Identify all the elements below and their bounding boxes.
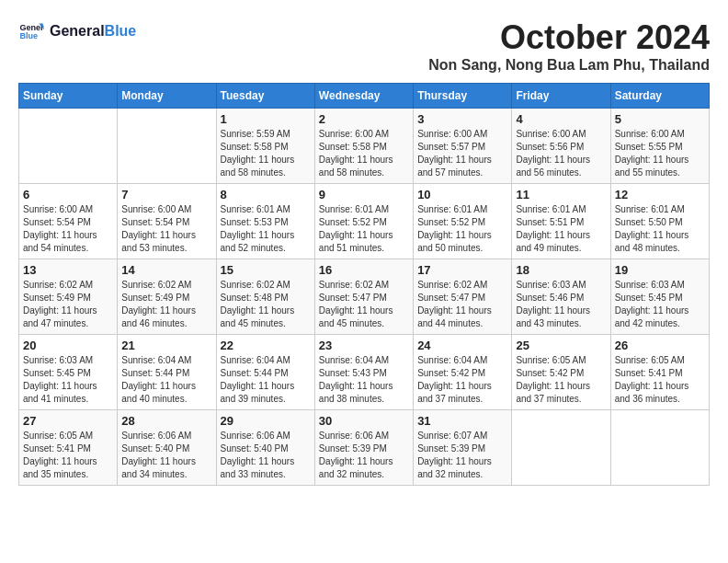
day-info: Sunrise: 6:06 AMSunset: 5:40 PMDaylight:… [121,430,211,481]
day-info: Sunrise: 6:04 AMSunset: 5:44 PMDaylight:… [221,354,311,406]
day-info: Sunrise: 6:00 AMSunset: 5:54 PMDaylight:… [23,203,113,255]
calendar-cell: 3Sunrise: 6:00 AMSunset: 5:57 PMDaylight… [414,109,512,184]
day-info: Sunrise: 6:01 AMSunset: 5:51 PMDaylight:… [516,203,606,255]
day-number: 12 [615,188,705,201]
day-info: Sunrise: 6:00 AMSunset: 5:54 PMDaylight:… [121,203,211,255]
day-info: Sunrise: 6:00 AMSunset: 5:56 PMDaylight:… [516,128,606,179]
day-info: Sunrise: 6:01 AMSunset: 5:52 PMDaylight:… [319,203,409,255]
calendar-cell: 29Sunrise: 6:06 AMSunset: 5:40 PMDayligh… [216,410,314,486]
day-number: 8 [221,188,311,201]
weekday-header-wednesday: Wednesday [314,84,413,109]
calendar-cell: 6Sunrise: 6:00 AMSunset: 5:54 PMDaylight… [19,184,118,259]
day-info: Sunrise: 6:00 AMSunset: 5:57 PMDaylight:… [417,128,507,179]
calendar-cell: 25Sunrise: 6:05 AMSunset: 5:42 PMDayligh… [512,335,610,410]
day-info: Sunrise: 6:02 AMSunset: 5:48 PMDaylight:… [221,279,311,330]
day-info: Sunrise: 6:01 AMSunset: 5:52 PMDaylight:… [417,203,507,255]
weekday-header-monday: Monday [118,84,216,109]
day-number: 24 [417,339,507,352]
day-number: 5 [615,112,705,126]
day-number: 27 [23,414,113,428]
day-number: 9 [319,188,409,201]
weekday-header-sunday: Sunday [19,84,118,109]
day-number: 19 [615,263,705,277]
logo: General Blue GeneralBlue [18,18,136,44]
calendar-week-row: 6Sunrise: 6:00 AMSunset: 5:54 PMDaylight… [19,184,710,259]
calendar-cell: 31Sunrise: 6:07 AMSunset: 5:39 PMDayligh… [414,410,512,486]
day-number: 29 [221,414,311,428]
calendar-cell: 17Sunrise: 6:02 AMSunset: 5:47 PMDayligh… [414,259,512,335]
svg-text:Blue: Blue [19,31,38,40]
calendar-week-row: 13Sunrise: 6:02 AMSunset: 5:49 PMDayligh… [19,259,710,335]
month-title: October 2024 [428,18,710,57]
header: General Blue GeneralBlue October 2024 No… [18,18,710,74]
day-info: Sunrise: 6:02 AMSunset: 5:49 PMDaylight:… [121,279,211,330]
calendar-cell [512,410,610,486]
calendar-cell: 2Sunrise: 6:00 AMSunset: 5:58 PMDaylight… [314,109,413,184]
location-title: Non Sang, Nong Bua Lam Phu, Thailand [428,57,710,74]
calendar-cell: 5Sunrise: 6:00 AMSunset: 5:55 PMDaylight… [610,109,709,184]
day-info: Sunrise: 6:01 AMSunset: 5:50 PMDaylight:… [615,203,705,255]
calendar-table: SundayMondayTuesdayWednesdayThursdayFrid… [18,83,710,486]
calendar-cell: 12Sunrise: 6:01 AMSunset: 5:50 PMDayligh… [610,184,709,259]
calendar-cell: 19Sunrise: 6:03 AMSunset: 5:45 PMDayligh… [610,259,709,335]
day-number: 2 [319,112,409,126]
day-info: Sunrise: 6:02 AMSunset: 5:49 PMDaylight:… [23,279,113,330]
calendar-cell: 18Sunrise: 6:03 AMSunset: 5:46 PMDayligh… [512,259,610,335]
day-info: Sunrise: 6:00 AMSunset: 5:55 PMDaylight:… [615,128,705,179]
calendar-cell: 16Sunrise: 6:02 AMSunset: 5:47 PMDayligh… [314,259,413,335]
day-info: Sunrise: 6:05 AMSunset: 5:41 PMDaylight:… [615,354,705,406]
weekday-header-thursday: Thursday [414,84,512,109]
calendar-cell: 23Sunrise: 6:04 AMSunset: 5:43 PMDayligh… [314,335,413,410]
day-number: 7 [121,188,211,201]
day-number: 11 [516,188,606,201]
day-number: 31 [417,414,507,428]
day-info: Sunrise: 6:01 AMSunset: 5:53 PMDaylight:… [221,203,311,255]
day-info: Sunrise: 6:05 AMSunset: 5:42 PMDaylight:… [516,354,606,406]
calendar-week-row: 1Sunrise: 5:59 AMSunset: 5:58 PMDaylight… [19,109,710,184]
calendar-cell: 24Sunrise: 6:04 AMSunset: 5:42 PMDayligh… [414,335,512,410]
calendar-cell: 9Sunrise: 6:01 AMSunset: 5:52 PMDaylight… [314,184,413,259]
weekday-header-saturday: Saturday [610,84,709,109]
day-number: 13 [23,263,113,277]
calendar-cell: 27Sunrise: 6:05 AMSunset: 5:41 PMDayligh… [19,410,118,486]
calendar-cell: 21Sunrise: 6:04 AMSunset: 5:44 PMDayligh… [118,335,216,410]
day-number: 21 [121,339,211,352]
day-number: 28 [121,414,211,428]
calendar-cell: 30Sunrise: 6:06 AMSunset: 5:39 PMDayligh… [314,410,413,486]
calendar-header-row: SundayMondayTuesdayWednesdayThursdayFrid… [19,84,710,109]
day-number: 23 [319,339,409,352]
calendar-week-row: 20Sunrise: 6:03 AMSunset: 5:45 PMDayligh… [19,335,710,410]
calendar-cell: 7Sunrise: 6:00 AMSunset: 5:54 PMDaylight… [118,184,216,259]
day-info: Sunrise: 6:02 AMSunset: 5:47 PMDaylight:… [417,279,507,330]
day-info: Sunrise: 6:05 AMSunset: 5:41 PMDaylight:… [23,430,113,481]
day-number: 16 [319,263,409,277]
day-info: Sunrise: 6:07 AMSunset: 5:39 PMDaylight:… [417,430,507,481]
day-number: 25 [516,339,606,352]
day-number: 4 [516,112,606,126]
day-number: 17 [417,263,507,277]
calendar-cell [19,109,118,184]
day-number: 10 [417,188,507,201]
day-number: 15 [221,263,311,277]
day-info: Sunrise: 6:03 AMSunset: 5:45 PMDaylight:… [615,279,705,330]
logo-text-blue: Blue [105,23,137,39]
day-info: Sunrise: 6:04 AMSunset: 5:43 PMDaylight:… [319,354,409,406]
day-info: Sunrise: 6:02 AMSunset: 5:47 PMDaylight:… [319,279,409,330]
day-number: 30 [319,414,409,428]
day-info: Sunrise: 6:04 AMSunset: 5:42 PMDaylight:… [417,354,507,406]
day-info: Sunrise: 6:06 AMSunset: 5:40 PMDaylight:… [221,430,311,481]
calendar-cell: 4Sunrise: 6:00 AMSunset: 5:56 PMDaylight… [512,109,610,184]
day-info: Sunrise: 6:06 AMSunset: 5:39 PMDaylight:… [319,430,409,481]
calendar-cell: 22Sunrise: 6:04 AMSunset: 5:44 PMDayligh… [216,335,314,410]
calendar-cell [118,109,216,184]
calendar-week-row: 27Sunrise: 6:05 AMSunset: 5:41 PMDayligh… [19,410,710,486]
day-info: Sunrise: 6:00 AMSunset: 5:58 PMDaylight:… [319,128,409,179]
logo-text-general: General [50,23,105,39]
calendar-cell: 10Sunrise: 6:01 AMSunset: 5:52 PMDayligh… [414,184,512,259]
day-number: 6 [23,188,113,201]
day-number: 3 [417,112,507,126]
day-number: 18 [516,263,606,277]
calendar-cell: 8Sunrise: 6:01 AMSunset: 5:53 PMDaylight… [216,184,314,259]
day-info: Sunrise: 6:04 AMSunset: 5:44 PMDaylight:… [121,354,211,406]
day-info: Sunrise: 6:03 AMSunset: 5:46 PMDaylight:… [516,279,606,330]
